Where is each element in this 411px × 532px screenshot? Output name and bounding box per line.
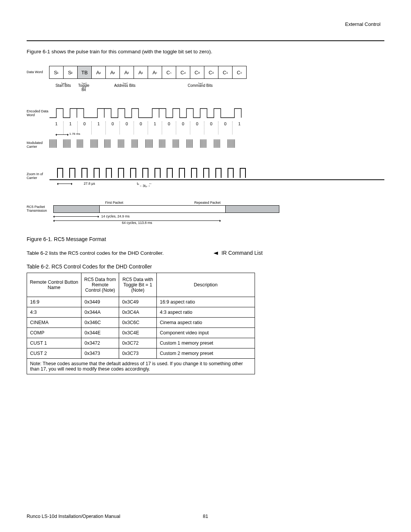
zoom-period: 27.8 µs <box>84 182 95 185</box>
carrier-burst <box>173 139 179 148</box>
cycles-14: 14 cycles, 24.9 ms <box>101 214 130 218</box>
encoded-bit: 1 <box>148 121 162 134</box>
th-code0: RC5 Data from Remote Control (Note) <box>81 273 119 297</box>
packet-row-label: RC5 Packet Transmission <box>27 205 53 213</box>
zoom-pulse <box>191 168 197 178</box>
encoded-bit: 0 <box>162 121 176 134</box>
zoom-pulse <box>106 168 112 178</box>
encoded-bit: 1 <box>232 121 246 134</box>
table-cell: COMP <box>27 328 81 338</box>
packet-bars <box>53 205 279 213</box>
table-cell: 0x3473 <box>81 348 119 359</box>
table-cell: 0x3C72 <box>119 338 157 348</box>
carrier-burst <box>49 139 57 148</box>
table-cell: 16:9 aspect ratio <box>157 297 255 307</box>
zoom-pulse <box>57 168 63 178</box>
zoom-pulse <box>203 168 209 178</box>
table-cell: 0x3449 <box>81 297 119 307</box>
encoded-bit: 0 <box>204 121 218 134</box>
carrier-burst <box>214 139 220 148</box>
table-row: CUST 10x34720x3C72Custom 1 memory preset <box>27 338 255 348</box>
zoom-pulse <box>94 168 100 178</box>
footer-manual: Runco LS-10d Installation/Operation Manu… <box>27 514 120 519</box>
figure-rc5: Data Word S₁S₂TBA₄A₃A₂A₁A₀C₅C₄C₃C₂C₁C₀ S… <box>27 66 384 225</box>
table-cell: 0x3C49 <box>119 297 157 307</box>
table-cell: 4:3 aspect ratio <box>157 307 255 318</box>
figure-caption: Figure 6-1. RC5 Message Format <box>27 236 384 242</box>
zoom-label: Zoom In of Carrier <box>27 173 49 180</box>
carrier-burst <box>228 139 235 148</box>
table-cell: Component video input <box>157 328 255 338</box>
group-command: Command Bits <box>159 80 241 88</box>
carrier-burst <box>186 139 193 148</box>
table-cell: CUST 1 <box>27 338 81 348</box>
table-intro: Table 6-2 lists the RC5 control codes fo… <box>27 250 164 256</box>
carrier-burst <box>159 139 165 148</box>
intro-text: Figure 6-1 shows the pulse train for thi… <box>27 49 384 54</box>
zoom-pulse <box>179 168 185 178</box>
carrier-burst <box>145 139 153 148</box>
ir-command-list-heading: ◄ IR Command List <box>213 250 263 256</box>
th-button: Remote Control Button Name <box>27 273 81 297</box>
table-row: CINEMA0x346C0x3C6CCinema aspect ratio <box>27 318 255 328</box>
table-cell: 4:3 <box>27 307 81 318</box>
header-section: External Control <box>345 21 381 27</box>
table-row: 16:90x34490x3C4916:9 aspect ratio <box>27 297 255 307</box>
encoded-bit: 0 <box>176 121 190 134</box>
table-cell: 0x346C <box>81 318 119 328</box>
zoom-pulse <box>69 168 75 178</box>
cycles-64: 64 cycles, 113.8 ms <box>53 221 221 225</box>
table-cell: 0x3C6C <box>119 318 157 328</box>
table-row: COMP0x344E0x3C4EComponent video input <box>27 328 255 338</box>
group-toggle: Toggle Bit <box>77 80 91 92</box>
rc5-codes-table: Remote Control Button Name RC5 Data from… <box>27 273 255 374</box>
encoded-label: Encoded Data Word <box>27 110 49 117</box>
zoom-pulse <box>228 168 234 178</box>
zoom-pulse <box>142 168 148 178</box>
repeated-packet-label: Repeated Packet <box>179 201 236 204</box>
table-cell: CINEMA <box>27 318 81 328</box>
zoom-pulse <box>155 168 161 178</box>
table-row: CUST 20x34730x3C73Custom 2 memory preset <box>27 348 255 359</box>
carrier-burst <box>91 139 98 148</box>
tp3-label: 3tₚ <box>143 184 147 188</box>
zoom-waveform <box>49 168 384 180</box>
table-cell: 0x344E <box>81 328 119 338</box>
page-footer: Runco LS-10d Installation/Operation Manu… <box>27 514 384 519</box>
data-word-label: Data Word <box>27 70 49 74</box>
bit-period-value: 1.78 ms <box>69 132 80 136</box>
encoded-bit: 1 <box>91 121 105 134</box>
modulated-carrier-row <box>49 139 241 149</box>
table-cell: CUST 2 <box>27 348 81 359</box>
group-address: Address Bits <box>91 80 159 88</box>
table-cell: 16:9 <box>27 297 81 307</box>
encoded-waveform <box>49 107 247 120</box>
table-cell: 0x3472 <box>81 338 119 348</box>
encoded-bit: 0 <box>134 121 148 134</box>
th-desc: Description <box>157 273 255 297</box>
table-cell: Cinema aspect ratio <box>157 318 255 328</box>
encoded-bit: 0 <box>218 121 232 134</box>
table-row: 4:30x344A0x3C4A4:3 aspect ratio <box>27 307 255 318</box>
table-cell: 0x3C4A <box>119 307 157 318</box>
header-rule <box>27 40 384 41</box>
table-cell: 0x344A <box>81 307 119 318</box>
footer-page: 81 <box>203 514 208 519</box>
table-note: Note: These codes assume that the defaul… <box>27 359 255 374</box>
zoom-pulse <box>240 168 246 178</box>
zoom-pulse <box>167 168 173 178</box>
th-code1: RC5 Data with Toggle Bit = 1 (Note) <box>119 273 157 297</box>
carrier-burst <box>77 139 83 148</box>
zoom-pulse <box>81 168 88 178</box>
ir-command-list-text: IR Command List <box>221 250 263 256</box>
bit-groups: Start Bits Toggle Bit Address Bits Comma… <box>49 80 384 96</box>
table-cell: 0x3C73 <box>119 348 157 359</box>
carrier-burst <box>104 139 110 148</box>
modulated-carrier-label: Modulated Carrier <box>27 141 49 149</box>
table-cell: 0x3C4E <box>119 328 157 338</box>
group-start: Start Bits <box>49 80 77 88</box>
first-packet-label: First Packet <box>53 201 175 204</box>
carrier-burst <box>63 139 71 148</box>
table-cell: Custom 1 memory preset <box>157 338 255 348</box>
zoom-pulse <box>215 168 221 178</box>
